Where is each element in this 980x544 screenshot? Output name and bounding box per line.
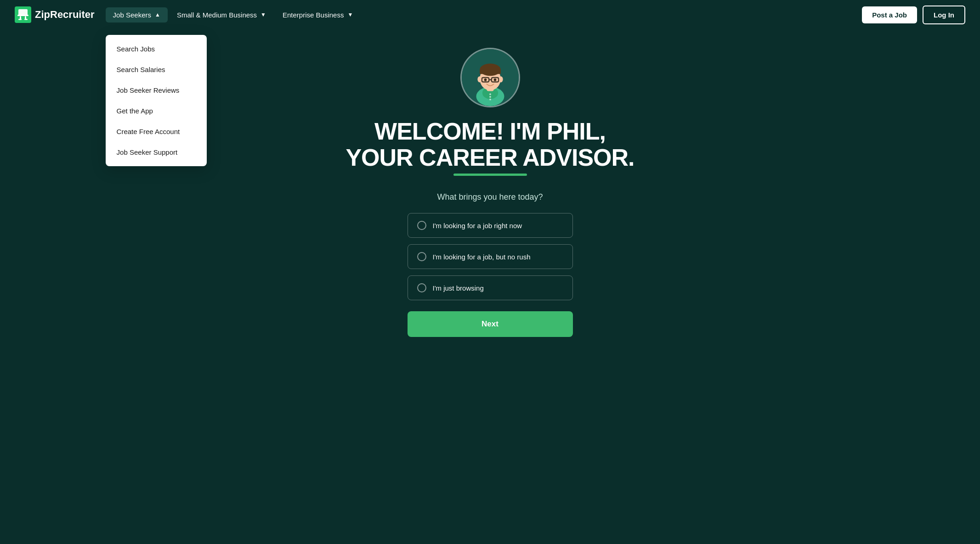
- svg-rect-6: [24, 19, 28, 20]
- svg-point-24: [489, 99, 491, 101]
- radio-browsing[interactable]: [417, 283, 426, 292]
- login-button[interactable]: Log In: [923, 6, 965, 24]
- svg-rect-2: [17, 15, 28, 16]
- option-browsing[interactable]: I'm just browsing: [408, 275, 573, 300]
- option-job-no-rush[interactable]: I'm looking for a job, but no rush: [408, 244, 573, 269]
- nav-item-enterprise[interactable]: Enterprise Business ▼: [275, 7, 360, 22]
- nav: Job Seekers ▲ Search Jobs Search Salarie…: [106, 7, 862, 22]
- option-browsing-label: I'm just browsing: [433, 284, 484, 292]
- svg-rect-1: [18, 9, 28, 16]
- avatar: [460, 48, 520, 107]
- option-job-now-label: I'm looking for a job right now: [433, 222, 522, 230]
- svg-point-16: [498, 76, 503, 82]
- headline-line2: YOUR CAREER ADVISOR.: [346, 145, 634, 171]
- svg-point-15: [477, 76, 482, 82]
- dropdown-menu: Search Jobs Search Salaries Job Seeker R…: [106, 35, 207, 166]
- svg-rect-5: [18, 19, 22, 20]
- post-job-button[interactable]: Post a Job: [862, 6, 917, 23]
- svg-rect-14: [496, 70, 501, 74]
- logo[interactable]: ZipRecruiter: [15, 6, 95, 23]
- svg-rect-13: [480, 70, 484, 74]
- options-container: I'm looking for a job right now I'm look…: [408, 213, 573, 300]
- question-text: What brings you here today?: [437, 192, 543, 202]
- option-job-no-rush-label: I'm looking for a job, but no rush: [433, 253, 531, 261]
- avatar-illustration: [462, 49, 519, 106]
- job-seekers-nav-wrapper: Job Seekers ▲ Search Jobs Search Salarie…: [106, 7, 168, 22]
- dropdown-item-job-seeker-reviews[interactable]: Job Seeker Reviews: [106, 80, 207, 101]
- headline: WELCOME! I'M PHIL, YOUR CAREER ADVISOR.: [346, 118, 634, 171]
- option-job-now[interactable]: I'm looking for a job right now: [408, 213, 573, 238]
- radio-job-now[interactable]: [417, 221, 426, 230]
- chevron-down-icon-enterprise: ▼: [347, 11, 353, 18]
- dropdown-item-search-jobs[interactable]: Search Jobs: [106, 39, 207, 59]
- nav-item-small-medium[interactable]: Small & Medium Business ▼: [170, 7, 273, 22]
- next-button[interactable]: Next: [408, 311, 573, 337]
- header: ZipRecruiter Job Seekers ▲ Search Jobs S…: [0, 0, 980, 29]
- chevron-down-icon-smb: ▼: [261, 11, 266, 18]
- nav-small-medium-label: Small & Medium Business: [177, 11, 257, 19]
- underline-accent: [453, 174, 527, 176]
- logo-text: ZipRecruiter: [35, 9, 95, 21]
- header-actions: Post a Job Log In: [862, 6, 965, 24]
- svg-point-20: [484, 79, 487, 81]
- dropdown-item-get-the-app[interactable]: Get the App: [106, 101, 207, 121]
- dropdown-item-create-free-account[interactable]: Create Free Account: [106, 121, 207, 142]
- chevron-up-icon: ▲: [155, 11, 160, 18]
- logo-icon: [15, 6, 31, 23]
- dropdown-item-job-seeker-support[interactable]: Job Seeker Support: [106, 142, 207, 163]
- svg-point-22: [489, 93, 491, 95]
- radio-job-no-rush[interactable]: [417, 252, 426, 261]
- svg-point-21: [493, 79, 496, 81]
- nav-enterprise-label: Enterprise Business: [283, 11, 344, 19]
- headline-line1: WELCOME! I'M PHIL,: [346, 118, 634, 145]
- nav-job-seekers-label: Job Seekers: [113, 11, 151, 19]
- nav-item-job-seekers[interactable]: Job Seekers ▲: [106, 7, 168, 22]
- svg-point-23: [489, 96, 491, 98]
- dropdown-item-search-salaries[interactable]: Search Salaries: [106, 59, 207, 80]
